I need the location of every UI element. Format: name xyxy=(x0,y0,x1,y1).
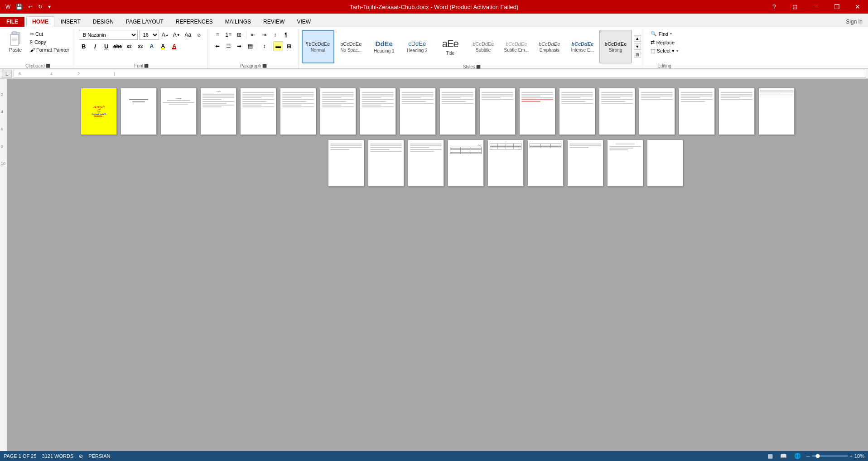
style-subtle-em[interactable]: bCcDdEe Subtle Em... xyxy=(500,30,533,63)
style-heading2[interactable]: cDdEe Heading 2 xyxy=(401,30,434,63)
style-subtitle[interactable]: bCcDdEe Subtitle xyxy=(467,30,500,63)
paste-button[interactable]: Paste xyxy=(5,30,26,53)
page-thumbnail-9[interactable] xyxy=(400,88,436,135)
sign-in-btn[interactable]: Sign in xyxy=(840,17,868,27)
shrink-font-button[interactable]: A▼ xyxy=(172,30,182,40)
style-title[interactable]: aEe Title xyxy=(434,30,467,63)
sort-button[interactable]: ↕ xyxy=(270,30,280,40)
increase-indent-button[interactable]: ⇥ xyxy=(259,30,269,40)
text-effects-button[interactable]: A xyxy=(147,41,157,51)
italic-button[interactable]: I xyxy=(90,41,100,51)
tab-references[interactable]: REFERENCES xyxy=(170,16,219,27)
tab-view[interactable]: VIEW xyxy=(291,16,317,27)
page-thumbnail-11[interactable] xyxy=(479,88,516,135)
bullets-button[interactable]: ≡ xyxy=(212,30,222,40)
change-case-button[interactable]: Aa xyxy=(183,30,193,40)
print-layout-btn[interactable]: ▦ xyxy=(766,452,775,460)
redo-btn[interactable]: ↻ xyxy=(36,3,44,11)
close-btn[interactable]: ✕ xyxy=(847,0,868,14)
page-thumbnail-15[interactable] xyxy=(639,88,675,135)
tab-page-layout[interactable]: PAGE LAYOUT xyxy=(120,16,169,27)
text-highlight-button[interactable]: A xyxy=(158,41,168,51)
page-thumbnail-3[interactable]: فهرست xyxy=(160,88,197,135)
page-thumbnail-5[interactable] xyxy=(240,88,276,135)
track-changes-btn[interactable]: ⊘ xyxy=(79,453,83,459)
style-emphasis[interactable]: bCcDdEe Emphasis xyxy=(533,30,566,63)
page-thumbnail-14[interactable] xyxy=(599,88,635,135)
styles-scroll-down[interactable]: ▼ xyxy=(634,43,641,50)
tab-mailings[interactable]: MAILINGS xyxy=(219,16,257,27)
superscript-button[interactable]: x2 xyxy=(135,41,145,51)
customize-btn[interactable]: ▾ xyxy=(46,3,53,11)
align-right-button[interactable]: ➡ xyxy=(234,41,244,51)
save-btn[interactable]: 💾 xyxy=(14,3,24,11)
page-thumbnail-20[interactable] xyxy=(368,139,404,187)
page-thumbnail-1[interactable]: طرح توجیهی آنلاین دانلود با کمترین قیمت … xyxy=(81,88,117,135)
page-thumbnail-18[interactable] xyxy=(758,88,795,135)
page-thumbnail-10[interactable] xyxy=(439,88,476,135)
page-thumbnail-2[interactable] xyxy=(121,88,157,135)
tab-selector[interactable]: L xyxy=(2,70,12,78)
copy-button[interactable]: ⎘ Copy xyxy=(28,38,71,46)
font-name-select[interactable]: B Nazanin xyxy=(79,30,138,40)
cut-button[interactable]: ✂ Cut xyxy=(28,30,71,38)
decrease-indent-button[interactable]: ⇤ xyxy=(248,30,258,40)
help-btn[interactable]: ? xyxy=(764,0,785,14)
page-thumbnail-22[interactable]: جدول xyxy=(448,139,484,187)
bold-button[interactable]: B xyxy=(79,41,89,51)
tab-design[interactable]: DESIGN xyxy=(87,16,120,27)
restore-btn[interactable]: ❐ xyxy=(826,0,847,14)
show-formatting-button[interactable]: ¶ xyxy=(281,30,291,40)
borders-button[interactable]: ⊞ xyxy=(284,41,294,51)
style-normal[interactable]: ¶bCcDdEe Normal xyxy=(302,30,334,63)
line-spacing-button[interactable]: ↕ xyxy=(259,41,269,51)
page-thumbnail-8[interactable] xyxy=(360,88,396,135)
page-thumbnail-17[interactable] xyxy=(719,88,755,135)
style-strong[interactable]: bCcDdEe Strong xyxy=(599,30,632,63)
style-heading1[interactable]: DdEe Heading 1 xyxy=(368,30,400,63)
page-thumbnail-25[interactable] xyxy=(567,139,603,187)
align-left-button[interactable]: ⬅ xyxy=(212,41,222,51)
read-mode-btn[interactable]: 📖 xyxy=(778,452,789,460)
paragraph-expand[interactable]: ⬛ xyxy=(262,64,267,68)
justify-button[interactable]: ▤ xyxy=(245,41,255,51)
page-thumbnail-27[interactable] xyxy=(647,139,683,187)
font-color-button[interactable]: A xyxy=(169,41,179,51)
grow-font-button[interactable]: A▲ xyxy=(160,30,170,40)
font-expand[interactable]: ⬛ xyxy=(144,64,149,68)
strikethrough-button[interactable]: abc xyxy=(113,41,123,51)
style-no-spacing[interactable]: bCcDdEe No Spac... xyxy=(335,30,367,63)
clipboard-expand[interactable]: ⬛ xyxy=(46,64,50,68)
document-area[interactable]: طرح توجیهی آنلاین دانلود با کمترین قیمت … xyxy=(7,79,868,451)
format-painter-button[interactable]: 🖌 Format Painter xyxy=(28,46,71,53)
styles-expand-btn[interactable]: ⬛ xyxy=(476,65,481,69)
tab-insert[interactable]: INSERT xyxy=(55,16,87,27)
page-thumbnail-21[interactable] xyxy=(408,139,444,187)
clear-format-button[interactable]: ⊘ xyxy=(194,30,204,40)
multilevel-list-button[interactable]: ⊞ xyxy=(234,30,244,40)
page-thumbnail-13[interactable] xyxy=(559,88,595,135)
web-layout-btn[interactable]: 🌐 xyxy=(792,452,803,460)
file-tab[interactable]: FILE xyxy=(0,17,24,27)
font-size-select[interactable]: 16 xyxy=(139,30,159,40)
page-thumbnail-19[interactable] xyxy=(328,139,364,187)
replace-button[interactable]: ⇄ Replace xyxy=(648,38,681,46)
tab-review[interactable]: REVIEW xyxy=(257,16,290,27)
select-button[interactable]: ⬚ Select ▾ ▾ xyxy=(648,47,681,55)
page-thumbnail-4[interactable]: چکیده xyxy=(200,88,236,135)
page-thumbnail-24[interactable] xyxy=(527,139,564,187)
styles-scroll-up[interactable]: ▲ xyxy=(634,35,641,42)
underline-button[interactable]: U xyxy=(101,41,111,51)
tab-home[interactable]: HOME xyxy=(26,16,54,27)
page-thumbnail-12[interactable] xyxy=(519,88,555,135)
find-button[interactable]: 🔍 Find ▾ xyxy=(648,30,681,38)
shading-button[interactable]: ▬ xyxy=(273,41,283,51)
page-thumbnail-16[interactable] xyxy=(679,88,715,135)
page-thumbnail-23[interactable] xyxy=(487,139,524,187)
subscript-button[interactable]: x2 xyxy=(124,41,134,51)
align-center-button[interactable]: ☰ xyxy=(223,41,233,51)
ribbon-toggle-btn[interactable]: ⊟ xyxy=(785,0,805,14)
page-thumbnail-7[interactable] xyxy=(320,88,356,135)
undo-btn[interactable]: ↩ xyxy=(26,3,34,11)
page-thumbnail-26[interactable] xyxy=(607,139,643,187)
